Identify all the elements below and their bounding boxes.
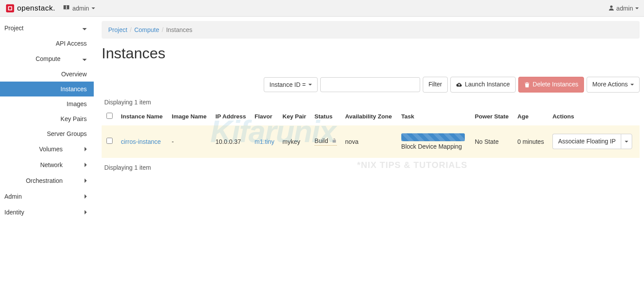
- sidebar-item-keypairs[interactable]: Key Pairs: [0, 111, 94, 126]
- sidebar-item-identity[interactable]: Identity: [0, 204, 94, 220]
- sidebar-item-compute[interactable]: Compute: [0, 51, 94, 67]
- col-age: Age: [514, 107, 549, 125]
- col-key-pair: Key Pair: [279, 107, 311, 125]
- toolbar: Instance ID = Filter Launch Instance Del…: [102, 77, 640, 93]
- trash-icon: [524, 82, 530, 88]
- user-label: admin: [616, 5, 633, 12]
- chevron-right-icon: [85, 193, 87, 200]
- cell-key-pair: mykey: [279, 125, 311, 158]
- button-label: Delete Instances: [533, 80, 578, 89]
- row-checkbox[interactable]: [106, 138, 113, 144]
- sidebar-item-label: Volumes: [13, 146, 85, 153]
- brand-logo[interactable]: openstack.: [5, 4, 55, 13]
- delete-instances-button[interactable]: Delete Instances: [518, 77, 584, 93]
- task-progress: Block Device Mapping: [401, 133, 465, 150]
- row-action-group: Associate Floating IP: [552, 134, 633, 150]
- sidebar-item-network[interactable]: Network: [0, 157, 94, 173]
- sidebar-item-instances[interactable]: Instances: [0, 82, 94, 96]
- col-flavor: Flavor: [251, 107, 279, 125]
- project-selector[interactable]: admin: [63, 5, 95, 12]
- breadcrumb-current: Instances: [166, 26, 192, 33]
- col-actions: Actions: [549, 107, 640, 125]
- col-status: Status: [311, 107, 342, 125]
- cell-image-name: -: [168, 125, 212, 158]
- caret-down-icon: [625, 141, 628, 143]
- sidebar-item-project[interactable]: Project: [0, 20, 94, 36]
- sidebar-item-volumes[interactable]: Volumes: [0, 141, 94, 157]
- cell-az: nova: [342, 125, 398, 158]
- breadcrumb: Project/Compute/Instances: [102, 21, 640, 39]
- caret-down-icon: [630, 84, 634, 86]
- caret-down-icon: [308, 84, 312, 86]
- page-title: Instances: [102, 45, 640, 62]
- cloud-upload-icon: [456, 82, 462, 88]
- table-row: cirros-instance - 10.0.0.37 m1.tiny myke…: [102, 125, 640, 158]
- openstack-icon: [5, 4, 15, 13]
- flavor-link[interactable]: m1.tiny: [255, 138, 274, 145]
- instances-table: Instance Name Image Name IP Address Flav…: [102, 107, 640, 158]
- chevron-down-icon: [82, 55, 87, 62]
- search-input[interactable]: [320, 77, 420, 92]
- item-count-top: Displaying 1 item: [104, 99, 640, 106]
- cell-age: 0 minutes: [514, 125, 549, 158]
- unlock-icon: [332, 138, 337, 144]
- sidebar-item-api-access[interactable]: API Access: [0, 36, 94, 51]
- cell-power-state: No State: [471, 125, 514, 158]
- sidebar-item-overview[interactable]: Overview: [0, 67, 94, 82]
- breadcrumb-compute[interactable]: Compute: [134, 26, 159, 33]
- chevron-right-icon: [85, 161, 87, 168]
- user-menu[interactable]: admin: [609, 5, 639, 12]
- sidebar-item-label: Orchestration: [13, 177, 85, 184]
- progress-bar: [401, 133, 465, 141]
- sidebar-item-label: Compute: [13, 55, 82, 62]
- breadcrumb-project[interactable]: Project: [108, 26, 127, 33]
- task-label: Block Device Mapping: [401, 143, 465, 150]
- col-task: Task: [398, 107, 471, 125]
- sidebar-item-label: Network: [13, 161, 85, 168]
- brand-text: openstack.: [17, 4, 55, 13]
- filter-button[interactable]: Filter: [423, 77, 448, 93]
- caret-down-icon: [92, 7, 95, 9]
- button-label: Launch Instance: [465, 80, 510, 89]
- sidebar-item-admin[interactable]: Admin: [0, 189, 94, 204]
- main-content: Project/Compute/Instances Instances Inst…: [94, 17, 644, 220]
- col-image-name: Image Name: [168, 107, 212, 125]
- launch-instance-button[interactable]: Launch Instance: [450, 77, 516, 93]
- sidebar-item-label: Identity: [4, 209, 24, 216]
- cell-status: Build: [315, 137, 328, 144]
- user-icon: [609, 5, 614, 12]
- instance-name-link[interactable]: cirros-instance: [121, 138, 161, 145]
- filter-field-selector[interactable]: Instance ID =: [264, 77, 318, 92]
- chevron-right-icon: [85, 209, 87, 216]
- button-label: More Actions: [592, 80, 628, 89]
- item-count-bottom: Displaying 1 item: [104, 164, 640, 171]
- chevron-right-icon: [85, 146, 87, 153]
- sidebar-item-orchestration[interactable]: Orchestration: [0, 173, 94, 189]
- associate-floating-ip-button[interactable]: Associate Floating IP: [552, 134, 621, 150]
- chevron-down-icon: [82, 25, 87, 32]
- svg-rect-2: [9, 7, 11, 10]
- caret-down-icon: [635, 7, 639, 9]
- sidebar-item-label: Admin: [4, 193, 22, 200]
- project-label: admin: [72, 5, 89, 12]
- chevron-right-icon: [85, 177, 87, 184]
- sidebar-item-images[interactable]: Images: [0, 96, 94, 111]
- sidebar-item-label: Project: [4, 25, 24, 32]
- col-az: Availability Zone: [342, 107, 398, 125]
- row-action-dropdown[interactable]: [621, 134, 632, 150]
- cell-ip-address: 10.0.0.37: [212, 125, 251, 158]
- svg-point-3: [610, 5, 613, 8]
- sidebar: Project API Access Compute Overview Inst…: [0, 17, 94, 220]
- select-all-checkbox[interactable]: [106, 113, 113, 119]
- col-power-state: Power State: [471, 107, 514, 125]
- book-icon: [63, 5, 70, 12]
- more-actions-button[interactable]: More Actions: [587, 77, 640, 93]
- col-instance-name: Instance Name: [117, 107, 168, 125]
- filter-field-label: Instance ID =: [269, 81, 306, 88]
- col-ip-address: IP Address: [212, 107, 251, 125]
- topbar: openstack. admin admin: [0, 0, 644, 17]
- sidebar-item-server-groups[interactable]: Server Groups: [0, 126, 94, 141]
